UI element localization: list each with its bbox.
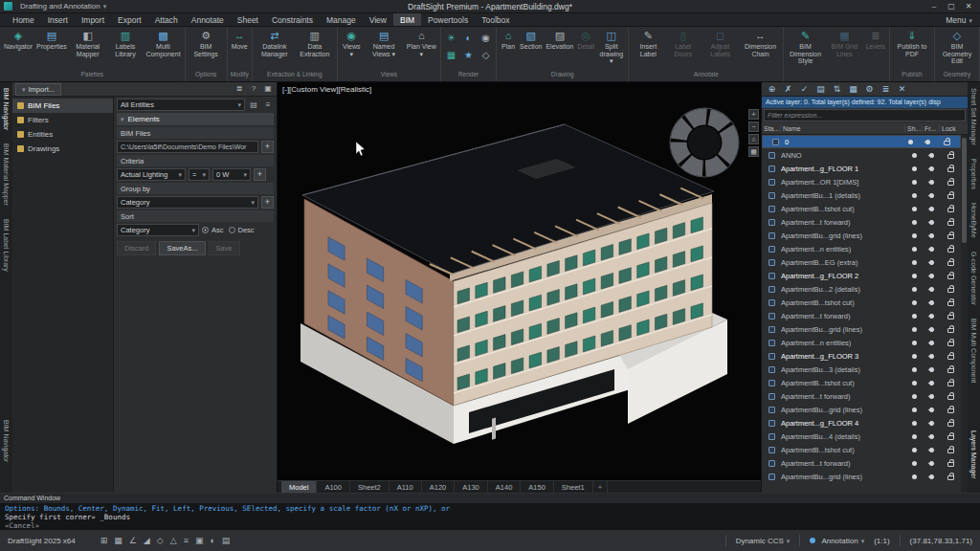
freeze-icon[interactable] <box>927 367 934 372</box>
sheet-tab-a100[interactable]: A100 <box>317 481 350 493</box>
new-sheet-tab[interactable]: + <box>593 481 608 493</box>
ortho-toggle-icon[interactable]: ∠ <box>129 536 137 545</box>
freeze-icon[interactable] <box>927 300 934 305</box>
layer-row[interactable]: ApartmentBu...4 (details) <box>762 430 961 443</box>
show-icon[interactable] <box>912 166 917 171</box>
ribbon-insert-label[interactable]: ✎Insert Label <box>631 28 665 58</box>
activate-layer-icon[interactable]: ✓ <box>798 84 811 94</box>
criteria-operator-select[interactable]: = <box>189 168 210 181</box>
ribbon-named-views[interactable]: ▤Named Views ▾ <box>364 28 405 58</box>
ribbon-adjust-labels[interactable]: ◻Adjust Labels <box>701 28 740 58</box>
lock-icon[interactable] <box>947 261 954 266</box>
lock-icon[interactable] <box>947 342 954 346</box>
viewport-controls-label[interactable]: [-][Custom View][Realistic] <box>282 85 371 94</box>
command-options-line[interactable]: Options: Bounds, Center, Dynamic, Fit, L… <box>5 504 975 513</box>
freeze-icon[interactable] <box>927 421 934 426</box>
entity-filter-select[interactable]: All Entities <box>117 99 245 111</box>
layer-row[interactable]: Apartment...t forward) <box>762 215 961 229</box>
layer-row[interactable]: ApartmentB...tshot cut) <box>762 443 961 456</box>
discard-button[interactable]: Discard <box>117 241 156 255</box>
ribbon-dimension-chain[interactable]: ↔Dimension Chain <box>740 28 781 58</box>
freeze-icon[interactable] <box>927 314 934 319</box>
freeze-icon[interactable] <box>927 247 934 252</box>
layers-col-lock[interactable]: Lock <box>940 125 961 132</box>
ribbon-views[interactable]: ◉Views ▾ <box>340 28 364 58</box>
ribbon-properties[interactable]: ▤Properties <box>34 28 69 52</box>
ccs-selector[interactable]: Dynamic CCS <box>736 537 791 545</box>
menu-bim[interactable]: BIM <box>393 13 421 26</box>
freeze-icon[interactable] <box>927 474 934 479</box>
navigation-wheel[interactable] <box>663 101 746 184</box>
show-icon[interactable] <box>912 434 917 439</box>
lock-icon[interactable] <box>947 301 954 306</box>
ribbon-labels-library[interactable]: ▥Labels Library <box>107 28 145 58</box>
lock-icon[interactable] <box>947 181 954 186</box>
group-by-section-header[interactable]: Group by <box>117 183 274 194</box>
freeze-icon[interactable] <box>927 180 934 185</box>
show-icon[interactable] <box>912 220 917 225</box>
delete-layer-icon[interactable]: ✗ <box>782 84 794 94</box>
layer-row[interactable]: ApartmentBu...grid (lines) <box>762 403 961 416</box>
ribbon-label-doors[interactable]: ▯Label Doors <box>665 28 701 58</box>
saveas-button[interactable]: SaveAs... <box>159 241 205 255</box>
palette-tab-bim-multi-component[interactable]: BIM Multi Component <box>970 319 977 383</box>
freeze-icon[interactable] <box>927 220 934 225</box>
ribbon-datalink-manager[interactable]: ⇄Datalink Manager <box>255 28 295 58</box>
lock-icon[interactable] <box>947 154 954 159</box>
freeze-icon[interactable] <box>927 327 934 332</box>
show-icon[interactable] <box>912 207 917 211</box>
tree-item-bim-files[interactable]: BIM Files <box>12 99 113 113</box>
lock-icon[interactable] <box>947 248 954 253</box>
add-criteria-button[interactable] <box>254 168 266 181</box>
layer-options-icon[interactable]: ≣ <box>880 84 892 94</box>
polar-toggle-icon[interactable]: ◢ <box>144 536 150 545</box>
freeze-icon[interactable] <box>927 461 934 466</box>
lock-icon[interactable] <box>947 221 954 226</box>
layer-preview-icon[interactable]: ▦ <box>847 84 859 94</box>
ribbon-section[interactable]: ▧Section <box>518 28 544 52</box>
menu-toolbox[interactable]: Toolbox <box>475 13 516 26</box>
layer-row[interactable]: Apartment...t forward) <box>762 389 961 403</box>
lock-icon[interactable] <box>947 368 954 373</box>
layer-row[interactable]: Apartment...n entities) <box>762 336 961 349</box>
lock-icon[interactable] <box>947 435 954 440</box>
show-icon[interactable] <box>912 247 917 252</box>
palette-tab-bim-material-mapper[interactable]: BIM Material Mapper <box>3 143 10 206</box>
show-icon[interactable] <box>908 140 913 144</box>
lock-icon[interactable] <box>947 234 954 239</box>
layer-row[interactable]: ApartmentBu...grid (lines) <box>762 470 961 483</box>
show-icon[interactable] <box>912 408 917 412</box>
lock-icon[interactable] <box>947 208 954 212</box>
freeze-icon[interactable] <box>927 434 934 439</box>
freeze-icon[interactable] <box>927 274 934 278</box>
layer-row[interactable]: ApartmentBu...3 (details) <box>762 363 961 376</box>
show-icon[interactable] <box>912 153 917 158</box>
ribbon-navigator[interactable]: ◈Navigator <box>2 28 34 52</box>
command-window[interactable]: Command Window Options: Bounds, Center, … <box>0 493 980 529</box>
elements-section-header[interactable]: Elements <box>117 113 274 125</box>
bim-files-section-header[interactable]: BIM Files <box>117 127 274 139</box>
ribbon-sun-light[interactable]: ☀ <box>443 31 459 46</box>
sheet-tab-sheet1[interactable]: Sheet1 <box>554 481 593 493</box>
sheet-tab-a110[interactable]: A110 <box>390 481 422 493</box>
menu-annotate[interactable]: Annotate <box>185 13 231 26</box>
configure-columns-icon[interactable] <box>262 99 274 111</box>
ribbon-split-drawing[interactable]: ◫Split drawing ▾ <box>596 28 626 66</box>
menu-constraints[interactable]: Constraints <box>265 13 320 26</box>
zoom-fit-button[interactable] <box>748 134 759 144</box>
show-icon[interactable] <box>912 474 917 479</box>
sheet-tab-model[interactable]: Model <box>281 481 317 493</box>
layer-row[interactable]: Apartment...t forward) <box>762 456 961 470</box>
layers-col-sh[interactable]: Sh... <box>905 125 923 132</box>
menu-powertools[interactable]: Powertools <box>421 13 475 26</box>
layer-row[interactable]: ApartmentB...tshot cut) <box>762 202 961 215</box>
show-icon[interactable] <box>912 287 917 292</box>
freeze-icon[interactable] <box>927 341 934 345</box>
workspace-grid-toggle-icon[interactable]: ▤ <box>222 536 231 545</box>
show-icon[interactable] <box>912 314 917 319</box>
entity-transparency-toggle-icon[interactable]: ◐ <box>210 536 214 545</box>
freeze-icon[interactable] <box>927 166 934 171</box>
layer-row[interactable]: Apartment...n entities) <box>762 242 961 255</box>
palette-tab-properties[interactable]: Properties <box>970 159 977 189</box>
lineweight-toggle-icon[interactable]: ≡ <box>184 536 189 545</box>
